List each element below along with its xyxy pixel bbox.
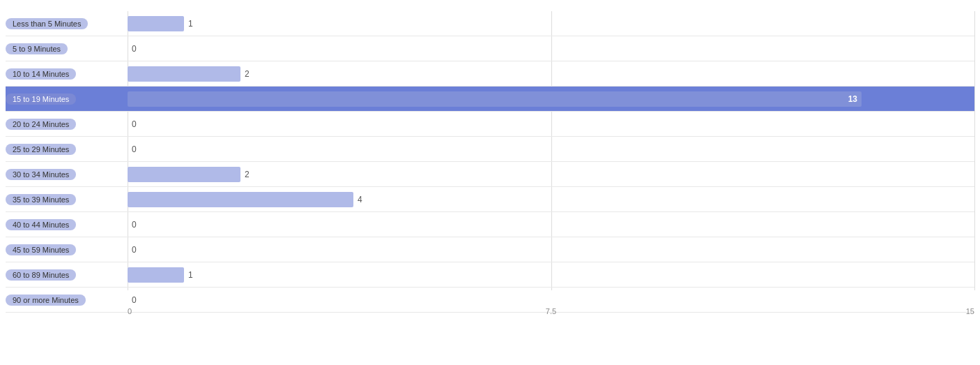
bar-label: 45 to 59 Minutes (6, 244, 128, 255)
bar-label-pill: 60 to 89 Minutes (6, 269, 76, 281)
bar-label: 15 to 19 Minutes (6, 94, 128, 105)
bar-label-pill: 25 to 29 Minutes (6, 144, 76, 155)
bar-fill (128, 16, 184, 31)
bar-row: 35 to 39 Minutes4 (6, 187, 974, 212)
bar-value: 0 (132, 245, 137, 255)
bar-value: 13 (848, 94, 857, 104)
bar-label: 30 to 34 Minutes (6, 169, 128, 180)
bar-track: 0 (128, 112, 974, 136)
bar-label-pill: 30 to 34 Minutes (6, 169, 76, 180)
bar-value: 1 (188, 19, 193, 29)
bar-fill: 13 (128, 91, 862, 107)
bar-value: 2 (245, 69, 250, 79)
bar-label-pill: 10 to 14 Minutes (6, 68, 76, 80)
x-axis-tick: 7.5 (546, 307, 556, 315)
bar-label-pill: 5 to 9 Minutes (6, 43, 68, 54)
bar-fill (128, 267, 184, 283)
bar-label: 25 to 29 Minutes (6, 144, 128, 155)
bar-label-pill: 45 to 59 Minutes (6, 244, 76, 255)
bar-row: 60 to 89 Minutes1 (6, 262, 974, 288)
bar-label: 60 to 89 Minutes (6, 269, 128, 281)
bar-row: 40 to 44 Minutes0 (6, 212, 974, 237)
bar-fill (128, 66, 240, 82)
bar-value: 4 (358, 195, 362, 204)
bar-value: 0 (132, 220, 137, 230)
bar-value: 2 (245, 170, 250, 179)
x-axis-tick: 15 (966, 307, 974, 315)
bar-track: 0 (128, 237, 974, 262)
bar-row: 15 to 19 Minutes13 (6, 87, 974, 112)
bar-row: 45 to 59 Minutes0 (6, 237, 974, 262)
bar-label: 35 to 39 Minutes (6, 194, 128, 205)
bar-label-pill: Less than 5 Minutes (6, 18, 88, 29)
bar-value: 0 (132, 144, 137, 154)
bar-label: 90 or more Minutes (6, 295, 128, 306)
bar-track: 2 (128, 162, 974, 186)
bar-row: 5 to 9 Minutes0 (6, 36, 974, 61)
bar-value: 0 (132, 119, 137, 129)
bar-value: 0 (132, 44, 137, 54)
bar-label: Less than 5 Minutes (6, 18, 128, 29)
bar-label: 40 to 44 Minutes (6, 219, 128, 230)
bar-track: 1 (128, 11, 974, 36)
bar-track: 4 (128, 187, 974, 211)
bar-track: 1 (128, 262, 974, 287)
bar-track: 0 (128, 137, 974, 161)
bar-value: 1 (188, 270, 193, 280)
bar-track: 13 (128, 87, 974, 111)
bar-label: 5 to 9 Minutes (6, 43, 128, 54)
x-axis-tick: 0 (128, 307, 132, 315)
bar-label: 20 to 24 Minutes (6, 119, 128, 130)
bar-label-pill: 90 or more Minutes (6, 295, 86, 306)
bar-fill (128, 192, 353, 207)
bar-row: Less than 5 Minutes1 (6, 11, 974, 36)
bar-label: 10 to 14 Minutes (6, 68, 128, 80)
bar-row: 25 to 29 Minutes0 (6, 137, 974, 162)
bar-track: 2 (128, 61, 974, 86)
bar-row: 30 to 34 Minutes2 (6, 162, 974, 187)
bar-row: 20 to 24 Minutes0 (6, 112, 974, 137)
bar-track: 0 (128, 36, 974, 61)
bar-label-pill: 35 to 39 Minutes (6, 194, 76, 205)
bar-track: 0 (128, 212, 974, 237)
bar-label-pill: 40 to 44 Minutes (6, 219, 76, 230)
x-axis: 07.515 (128, 307, 974, 321)
bar-row: 10 to 14 Minutes2 (6, 61, 974, 87)
bars-list: Less than 5 Minutes15 to 9 Minutes010 to… (6, 11, 974, 313)
bar-fill (128, 167, 240, 182)
chart-container: Less than 5 Minutes15 to 9 Minutes010 to… (0, 0, 980, 365)
bar-value: 0 (132, 295, 137, 305)
bar-label-pill: 20 to 24 Minutes (6, 119, 76, 130)
bar-label-pill: 15 to 19 Minutes (6, 94, 76, 105)
